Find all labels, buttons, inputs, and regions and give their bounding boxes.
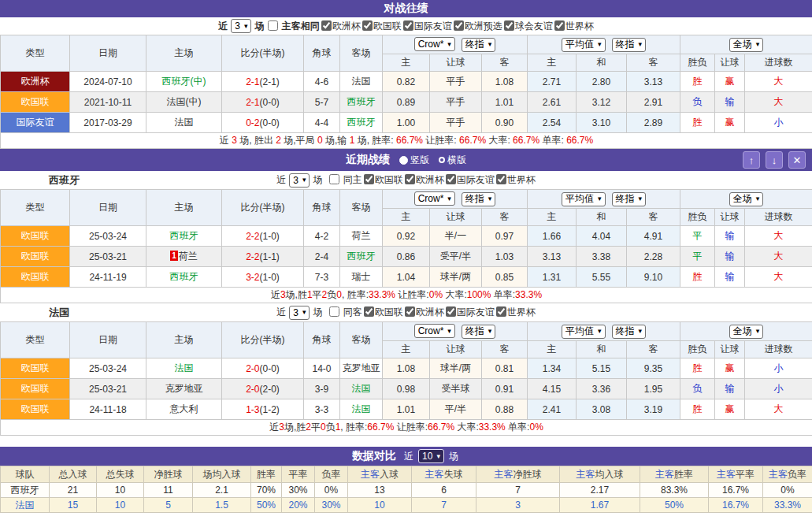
odds-company-select-value: Crow* xyxy=(418,193,444,204)
move-down-button[interactable]: ↓ xyxy=(766,151,783,169)
scope-select[interactable]: 全场▾ xyxy=(729,38,764,52)
league-checkbox[interactable] xyxy=(454,20,464,31)
result-text: 赢 xyxy=(725,362,735,373)
league-filter[interactable]: 欧国联 xyxy=(361,20,402,33)
scope-select[interactable]: 全场▾ xyxy=(729,192,764,206)
france-recent-count-select[interactable]: 3 ▾ xyxy=(289,306,310,320)
view-radio-horizontal-label[interactable]: 横版 xyxy=(447,154,466,167)
league-checkbox[interactable] xyxy=(364,306,374,317)
odds-handicap: 平/半 xyxy=(430,399,482,420)
league-checkbox[interactable] xyxy=(496,174,506,184)
spain-table-body: 欧国联25-03-24西班牙2-2(1-0)4-2荷兰0.92半/一0.971.… xyxy=(1,226,812,288)
avg-time-select[interactable]: 终指▾ xyxy=(612,192,647,206)
avg-draw: 3.10 xyxy=(577,113,627,133)
league-checkbox-label: 欧国联 xyxy=(375,306,403,318)
close-button[interactable]: ✕ xyxy=(788,151,806,169)
compare-col-header: 总失球 xyxy=(97,466,144,483)
compare-recent-count-select[interactable]: 10 ▾ xyxy=(418,449,444,463)
league-checkbox[interactable] xyxy=(405,174,415,184)
sub-col-header: 胜负 xyxy=(680,209,715,226)
away-team: 西班牙 xyxy=(340,113,383,133)
avg-away: 2.28 xyxy=(627,247,680,267)
view-radio-vertical[interactable] xyxy=(399,156,408,165)
league-filter[interactable]: 欧洲杯 xyxy=(403,173,444,187)
odds-time-select[interactable]: 终指▾ xyxy=(462,192,496,206)
league-checkbox[interactable] xyxy=(446,174,456,184)
view-radio-vertical-label[interactable]: 竖版 xyxy=(410,154,429,167)
result-goals: 大 xyxy=(745,92,812,113)
avg-home: 3.13 xyxy=(528,247,577,267)
league-filter[interactable]: 世界杯 xyxy=(553,20,594,33)
home-team-name: 法国 xyxy=(175,117,194,128)
league-checkbox[interactable] xyxy=(496,306,506,317)
league-checkbox[interactable] xyxy=(446,306,456,317)
scope-select[interactable]: 全场▾ xyxy=(729,325,764,339)
result-text: 大 xyxy=(774,230,784,241)
col-header-corner: 角球 xyxy=(304,322,340,358)
league-checkbox[interactable] xyxy=(321,20,332,31)
home-team-name: 西班牙 xyxy=(170,230,198,241)
avg-company-select[interactable]: 平均值▾ xyxy=(562,325,606,339)
league-checkbox[interactable] xyxy=(364,174,374,184)
league-filter[interactable]: 欧洲杯 xyxy=(403,306,444,319)
league-checkbox[interactable] xyxy=(405,306,415,317)
odds-time-select[interactable]: 终指▾ xyxy=(462,38,496,52)
avg-company-select[interactable]: 平均值▾ xyxy=(562,192,606,206)
result-handicap: 赢 xyxy=(715,399,745,420)
league-filter[interactable]: 欧国联 xyxy=(362,306,403,319)
away-team-name: 西班牙 xyxy=(347,96,376,107)
france-same-away-filter[interactable]: 同客 xyxy=(325,306,362,319)
france-team-name: 法国 xyxy=(49,306,69,320)
spain-recent-count-select[interactable]: 3 ▾ xyxy=(289,173,310,188)
chevron-down-icon: ▾ xyxy=(598,41,602,48)
odds-company-select[interactable]: Crow*▾ xyxy=(414,324,455,338)
result-outcome: 负 xyxy=(680,379,715,399)
league-filter[interactable]: 国际友谊 xyxy=(444,173,495,187)
avg-away: 3.19 xyxy=(627,399,680,420)
result-goals: 大 xyxy=(745,226,812,247)
league-checkbox[interactable] xyxy=(362,20,373,31)
view-radio-horizontal[interactable] xyxy=(439,157,445,163)
home-team-name: 克罗地亚 xyxy=(165,383,203,394)
match-row: 欧国联25-03-24西班牙2-2(1-0)4-2荷兰0.92半/一0.971.… xyxy=(1,226,812,247)
stat-value: 33.3% xyxy=(763,498,812,513)
odds-home: 1.00 xyxy=(383,113,430,133)
league-filter[interactable]: 欧洲预选 xyxy=(452,20,502,33)
home-team: 法国 xyxy=(146,113,222,133)
league-checkbox-label: 欧洲杯 xyxy=(416,306,444,318)
france-same-away-checkbox[interactable] xyxy=(329,306,339,317)
league-checkbox[interactable] xyxy=(504,20,514,31)
move-up-button[interactable]: ↑ xyxy=(743,151,760,169)
league-checkbox[interactable] xyxy=(554,20,565,31)
avg-company-select-value: 平均值 xyxy=(565,192,594,206)
spain-same-home-checkbox[interactable] xyxy=(329,174,339,184)
league-filter[interactable]: 国际友谊 xyxy=(444,306,495,319)
league-filter[interactable]: 世界杯 xyxy=(495,306,536,319)
spain-same-home-filter[interactable]: 同主 xyxy=(325,173,362,187)
league-filter[interactable]: 球会友谊 xyxy=(502,20,553,33)
league-filter[interactable]: 欧国联 xyxy=(362,173,403,187)
col-header-score: 比分(半场) xyxy=(222,322,304,358)
odds-company-select[interactable]: Crow*▾ xyxy=(414,191,455,206)
same-home-away-filter[interactable]: 主客相同 xyxy=(264,20,319,33)
h2h-recent-count-select[interactable]: 3 ▾ xyxy=(231,19,251,33)
odds-company-select[interactable]: Crow*▾ xyxy=(414,37,455,51)
league-filter[interactable]: 世界杯 xyxy=(495,173,536,187)
avg-company-select[interactable]: 平均值▾ xyxy=(562,38,606,52)
compare-table-head: 球队总入球总失球净胜球场均入球胜率平率负率主客入球主客失球主客净胜球主客均入球主… xyxy=(1,466,812,483)
away-team: 西班牙 xyxy=(340,92,383,113)
same-home-away-checkbox[interactable] xyxy=(268,20,278,31)
chevron-down-icon: ▾ xyxy=(244,23,248,30)
result-text: 胜 xyxy=(693,76,703,87)
full-score: 2-1 xyxy=(246,97,259,108)
league-filter[interactable]: 国际友谊 xyxy=(402,20,452,33)
corner-count: 7-3 xyxy=(304,267,340,288)
league-checkbox[interactable] xyxy=(403,20,413,31)
odds-home: 1.08 xyxy=(383,358,430,379)
h2h-section-header: 对战往绩 xyxy=(0,0,812,17)
odds-time-select[interactable]: 终指▾ xyxy=(462,325,496,339)
avg-time-select[interactable]: 终指▾ xyxy=(612,325,647,339)
league-filter[interactable]: 欧洲杯 xyxy=(320,20,361,33)
chevron-down-icon: ▾ xyxy=(488,195,492,202)
avg-time-select[interactable]: 终指▾ xyxy=(612,38,647,52)
